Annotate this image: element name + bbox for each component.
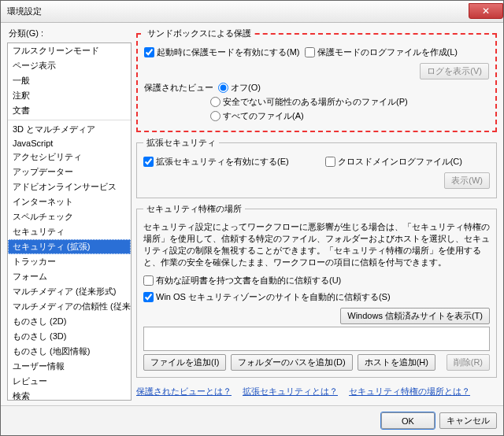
sidebar-item[interactable]: ユーザー情報	[8, 359, 131, 374]
sidebar-item[interactable]: 3D とマルチメディア	[8, 122, 131, 137]
sidebar-item[interactable]: アップデーター	[8, 164, 131, 179]
sidebar-item[interactable]: ものさし (3D)	[8, 329, 131, 344]
sidebar-item[interactable]: ものさし (地図情報)	[8, 344, 131, 359]
link-protected-view[interactable]: 保護されたビューとは？	[136, 386, 232, 397]
titlebar: 環境設定 ✕	[1, 1, 503, 23]
sidebar-item[interactable]: アドビオンラインサービス	[8, 179, 131, 194]
sidebar-item[interactable]: ものさし (2D)	[8, 314, 131, 329]
protected-view-label: 保護されたビュー	[144, 82, 213, 94]
add-folder-button[interactable]: フォルダーのパスを追加(D)	[231, 354, 352, 371]
sidebar-item[interactable]: JavaScript	[8, 137, 131, 150]
protected-view-off-radio[interactable]: オフ(O)	[218, 82, 261, 94]
link-privileged-locations[interactable]: セキュリティ特権の場所とは？	[349, 386, 470, 397]
sidebar-item[interactable]: 注釈	[8, 88, 131, 103]
priv-description: セキュリティ設定によってワークフローに悪影響が生じる場合は、「セキュリティ特権の…	[143, 221, 490, 268]
sidebar-item[interactable]: セキュリティ	[8, 224, 131, 239]
sidebar-item[interactable]: フォーム	[8, 269, 131, 284]
help-links: 保護されたビューとは？ 拡張セキュリティとは？ セキュリティ特権の場所とは？	[136, 382, 497, 401]
create-log-checkbox[interactable]: 保護モードのログファイルを作成(L)	[305, 46, 458, 58]
extsec-show-button[interactable]: 表示(W)	[444, 172, 490, 189]
trust-cert-checkbox[interactable]: 有効な証明書を持つ文書を自動的に信頼する(U)	[143, 275, 341, 286]
extsec-legend: 拡張セキュリティ	[143, 137, 219, 149]
add-host-button[interactable]: ホストを追加(H)	[358, 354, 435, 371]
trust-winzone-checkbox[interactable]: Win OS セキュリティゾーンのサイトを自動的に信頼する(S)	[143, 291, 391, 303]
sidebar-item[interactable]: アクセシビリティ	[8, 150, 131, 164]
sidebar-item[interactable]: インターネット	[8, 194, 131, 209]
win-trusted-sites-button[interactable]: Windows 信頼済みサイトを表示(T)	[340, 308, 490, 324]
add-file-button[interactable]: ファイルを追加(I)	[143, 354, 226, 371]
show-log-button[interactable]: ログを表示(V)	[420, 63, 489, 79]
sidebar-item[interactable]: 検索	[8, 389, 131, 401]
sidebar-item[interactable]: 文書	[8, 103, 131, 118]
enable-extsec-checkbox[interactable]: 拡張セキュリティを有効にする(E)	[143, 156, 289, 168]
sidebar-item[interactable]: レビュー	[8, 374, 131, 389]
privileged-locations-group: セキュリティ特権の場所 セキュリティ設定によってワークフローに悪影響が生じる場合…	[136, 203, 497, 378]
crossdomain-log-checkbox[interactable]: クロスドメインログファイル(C)	[325, 156, 462, 168]
category-label: 分類(G) :	[7, 28, 132, 39]
sandbox-group: サンドボックスによる保護 起動時に保護モードを有効にする(M) 保護モードのログ…	[136, 28, 497, 132]
privileged-locations-list[interactable]	[143, 327, 490, 351]
sidebar-item[interactable]: セキュリティ (拡張)	[8, 239, 131, 254]
sidebar-item[interactable]: トラッカー	[8, 254, 131, 269]
sidebar-item[interactable]: スペルチェック	[8, 209, 131, 224]
cancel-button[interactable]: キャンセル	[439, 412, 497, 429]
sidebar-item[interactable]: フルスクリーンモード	[8, 43, 131, 58]
window-title: 環境設定	[7, 6, 469, 17]
category-list[interactable]: フルスクリーンモードページ表示一般注釈文書3D とマルチメディアJavaScri…	[7, 42, 132, 401]
remove-button[interactable]: 削除(R)	[447, 354, 490, 371]
sandbox-legend: サンドボックスによる保護	[144, 28, 254, 39]
link-extended-security[interactable]: 拡張セキュリティとは？	[243, 386, 338, 397]
sidebar-item[interactable]: ページ表示	[8, 58, 131, 73]
protected-view-unsafe-radio[interactable]: 安全でない可能性のある場所からのファイル(P)	[210, 96, 408, 108]
enable-protected-mode-checkbox[interactable]: 起動時に保護モードを有効にする(M)	[144, 46, 300, 58]
close-button[interactable]: ✕	[469, 3, 503, 19]
sidebar-item[interactable]: マルチメディア (従来形式)	[8, 284, 131, 299]
protected-view-all-radio[interactable]: すべてのファイル(A)	[210, 110, 304, 122]
sidebar-item[interactable]: 一般	[8, 73, 131, 88]
extended-security-group: 拡張セキュリティ 拡張セキュリティを有効にする(E) クロスドメインログファイル…	[136, 137, 497, 198]
priv-legend: セキュリティ特権の場所	[143, 203, 245, 215]
sidebar-item[interactable]: マルチメディアの信頼性 (従来形式)	[8, 299, 131, 314]
ok-button[interactable]: OK	[381, 412, 435, 429]
